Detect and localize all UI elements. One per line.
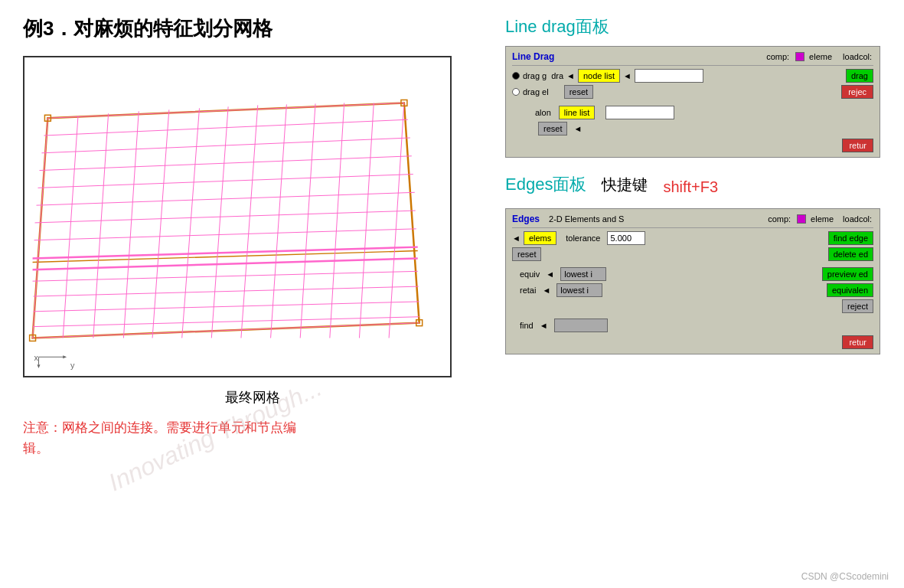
edges-arrow4: ◄ (542, 286, 550, 295)
right-column: Line drag面板 Line Drag comp: eleme loadco… (505, 15, 888, 370)
drag-g-label: drag g (523, 71, 547, 80)
svg-text:x: x (34, 353, 39, 362)
comp-label: comp: (766, 52, 789, 61)
find-edge-button[interactable]: find edge (828, 231, 873, 245)
arrow2: ◄ (623, 71, 631, 80)
edges-panel-title: Edges (512, 214, 540, 224)
linedrag-row4: reset ◄ (512, 122, 873, 136)
preview-edge-button[interactable]: preview ed (822, 267, 873, 281)
return-button-1[interactable]: retur (842, 139, 873, 152)
equiv-label: equiv (520, 270, 540, 279)
edges-panel: Edges 2-D Elements and S comp: eleme loa… (505, 208, 880, 354)
comp-color-indicator (795, 52, 804, 61)
tolerance-input[interactable] (607, 231, 645, 245)
left-column: 例3．对麻烦的特征划分网格 (23, 15, 482, 459)
linedrag-header: Line Drag comp: eleme loadcol: (512, 51, 873, 66)
linedrag-panel-title: Line Drag (512, 51, 554, 62)
reset-button-2[interactable]: reset (538, 122, 567, 136)
eleme-label: eleme (809, 52, 832, 61)
delete-edge-button[interactable]: delete ed (828, 247, 873, 261)
page-title: 例3．对麻烦的特征划分网格 (23, 15, 482, 42)
image-caption: 最终网格 (23, 388, 482, 407)
use-default-vec-input[interactable] (635, 69, 703, 83)
line-list-button[interactable]: line list (559, 106, 596, 119)
edges-eleme-label: eleme (811, 214, 834, 224)
edges-arrow1: ◄ (512, 234, 521, 243)
lowest-input-1[interactable] (560, 267, 606, 281)
edges-comp-label: comp: (768, 214, 791, 224)
loadcol-label: loadcol: (843, 52, 872, 61)
edges-section-title: Edges面板 (505, 173, 586, 196)
linedrag-row3: alon line list (512, 106, 873, 119)
edges-reset-button[interactable]: reset (512, 247, 541, 261)
svg-text:y: y (70, 361, 75, 370)
edges-title-row: Edges面板 快捷键 shift+F3 (505, 173, 888, 201)
drag-button[interactable]: drag (846, 69, 873, 83)
linedrag-row1: drag g dra ◄ node list ◄ drag (512, 69, 873, 83)
twod-label: 2-D Elements and S (549, 214, 624, 224)
edges-row2: reset delete ed (512, 247, 873, 261)
edges-row5: reject (512, 299, 873, 313)
free-edge-input[interactable] (554, 318, 608, 332)
alon-label: alon (535, 108, 551, 117)
return-button-2[interactable]: retur (842, 335, 873, 349)
reject-button-1[interactable]: rejec (841, 85, 873, 99)
edges-arrow3: ◄ (546, 270, 554, 279)
arrow1: ◄ (566, 71, 575, 80)
drag-el-label: drag el (523, 87, 549, 96)
reject-button-2[interactable]: reject (842, 299, 873, 313)
lowest-input-2[interactable] (556, 283, 602, 297)
edges-row4: retai ◄ equivalen (512, 283, 873, 297)
tolerance-label: tolerance (566, 234, 600, 243)
edges-loadcol-label: loadcol: (843, 214, 872, 224)
edges-arrow6: ◄ (540, 321, 548, 330)
linedrag-row2: drag el reset rejec (512, 85, 873, 99)
edges-row1: ◄ elems tolerance find edge (512, 231, 873, 245)
svg-rect-0 (25, 57, 450, 376)
edges-header: Edges 2-D Elements and S comp: eleme loa… (512, 214, 873, 228)
mesh-input[interactable] (605, 106, 674, 119)
mesh-image: x y (23, 56, 452, 377)
equivalen-button[interactable]: equivalen (827, 283, 873, 297)
reset-button-1[interactable]: reset (564, 85, 593, 99)
arrow3: ◄ (573, 124, 582, 133)
shortcut-label: 快捷键 (602, 175, 648, 195)
edges-comp-color (797, 214, 806, 224)
retai-label: retai (520, 286, 536, 295)
linedrag-panel: Line Drag comp: eleme loadcol: drag g dr… (505, 46, 880, 158)
radio-drag-g[interactable] (512, 72, 520, 80)
edges-row3: equiv ◄ preview ed (512, 267, 873, 281)
radio-drag-el[interactable] (512, 88, 520, 96)
edges-row6: find ◄ (512, 318, 873, 332)
node-list-button[interactable]: node list (578, 69, 620, 83)
note-text: 注意：网格之间的连接。需要进行单元和节点编辑。 (23, 417, 299, 459)
linedrag-section-title: Line drag面板 (505, 15, 888, 38)
shortcut-value: shift+F3 (663, 178, 718, 196)
csdn-label: CSDN @CScodemini (801, 571, 889, 582)
elems-button[interactable]: elems (524, 231, 556, 245)
find-label: find (520, 321, 534, 330)
dra-label: dra (551, 71, 563, 80)
